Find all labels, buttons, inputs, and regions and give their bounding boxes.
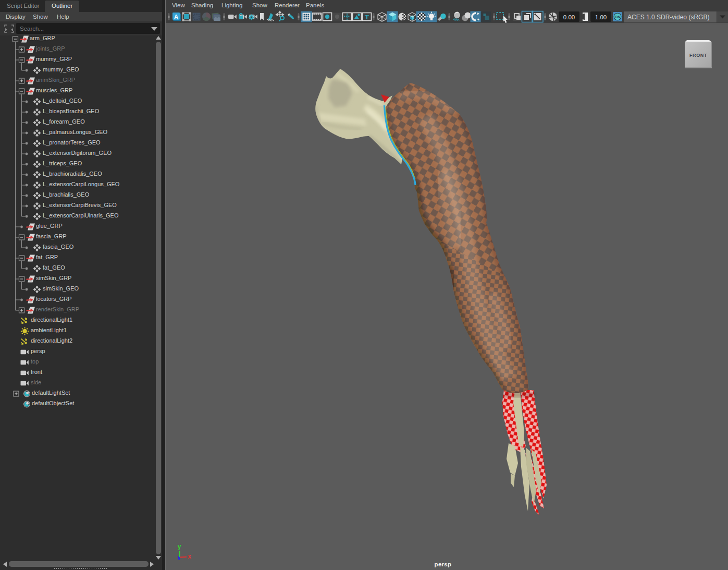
svg-text:A: A (174, 14, 179, 21)
svg-text:x: x (188, 553, 191, 560)
svg-text:FRONT: FRONT (689, 53, 707, 58)
svg-text:ACES 1.0 SDR-video (sRGB): ACES 1.0 SDR-video (sRGB) (627, 14, 709, 21)
svg-text:0.00: 0.00 (563, 14, 575, 20)
svg-text:1.00: 1.00 (595, 14, 607, 20)
svg-text:persp: persp (435, 561, 452, 567)
svg-text:T: T (365, 14, 369, 21)
svg-text:y: y (178, 543, 181, 550)
svg-text:ON: ON (615, 15, 621, 19)
